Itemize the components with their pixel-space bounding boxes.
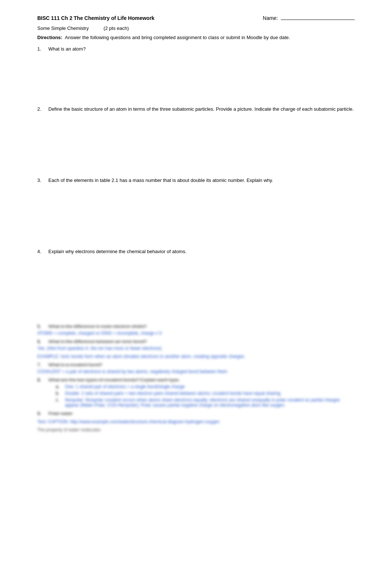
name-field: Name: (263, 15, 355, 21)
blurred-q9-note: The property of water molecules (37, 427, 355, 432)
blurred-q8-sub-b: b. Double: 2 sets of shared pairs = two … (56, 391, 355, 396)
blurred-q8-sub-a: a. One: 1 shared pair of electrons = a s… (56, 384, 355, 389)
blurred-q8-sub-c-text: Nonpolar: Nonpolar covalent occurs when … (65, 397, 355, 408)
answer-space-3[interactable] (48, 186, 355, 241)
blurred-q8-sub-c: c. Nonpolar: Nonpolar covalent occurs wh… (56, 397, 355, 408)
directions-text: Answer the following questions and bring… (65, 35, 290, 40)
page: BISC 111 Ch 2 The Chemistry of Life Home… (37, 0, 355, 449)
page-title: BISC 111 Ch 2 The Chemistry of Life Home… (37, 15, 154, 21)
answer-space-4[interactable] (48, 257, 355, 313)
blurred-q8-sub-a-text: One: 1 shared pair of electrons = a sing… (65, 384, 185, 389)
blurred-question-6: 6. What is the difference between an ion… (37, 339, 355, 359)
blurred-question-9: 9. Polar water Text: CAPTION: http://www… (37, 411, 355, 432)
blurred-q9-num: 9. (37, 411, 48, 416)
blurred-q9-answer: Text: CAPTION: http://www.example.com/wa… (37, 419, 355, 424)
questions-section: 1. What is an atom? 2. Define the basic … (37, 46, 355, 313)
blurred-q6-num: 6. (37, 339, 48, 344)
header: BISC 111 Ch 2 The Chemistry of Life Home… (37, 15, 355, 21)
blurred-q7-num: 7. (37, 362, 48, 368)
blurred-q8-sub-c-num: c. (56, 397, 65, 408)
blurred-q7-answer: COVALENT = a pair of electrons is shared… (37, 369, 355, 374)
blurred-q5-num: 5. (37, 324, 48, 329)
blurred-q8-text: What are the two types of covalent bonds… (48, 377, 180, 383)
blurred-q5-answer: ATOMS = complete, charged vs IONS = inco… (37, 331, 355, 336)
question-1-number: 1. (37, 46, 48, 52)
points-label: (2 pts each) (103, 25, 129, 31)
question-3-text: Each of the elements in table 2.1 has a … (48, 177, 355, 183)
directions: Directions: Answer the following questio… (37, 35, 355, 40)
blurred-q8-num: 8. (37, 377, 48, 383)
name-input-line[interactable] (281, 15, 355, 20)
blurred-q8-sub-b-text: Double: 2 sets of shared pairs = two ele… (65, 391, 281, 396)
blurred-q6-text: What is the difference between an ionic … (48, 339, 147, 344)
blurred-question-7: 7. What is a covalent bond? COVALENT = a… (37, 362, 355, 374)
blurred-q6-answer1: Yes. (Hint from question A: the ion has … (37, 346, 355, 351)
blurred-q8-sub-list: a. One: 1 shared pair of electrons = a s… (56, 384, 355, 408)
blurred-q6-answer2: EXAMPLE: Ionic bonds form when an atom d… (37, 354, 355, 359)
blurred-q8-sub-a-num: a. (56, 384, 65, 389)
blurred-section: 5. What is the difference in outer elect… (37, 324, 355, 432)
subtitle-row: Some Simple Chemistry (2 pts each) (37, 25, 355, 31)
question-4-text: Explain why electrons determine the chem… (48, 249, 355, 254)
question-4: 4. Explain why electrons determine the c… (37, 249, 355, 254)
question-3: 3. Each of the elements in table 2.1 has… (37, 177, 355, 183)
blurred-question-8: 8. What are the two types of covalent bo… (37, 377, 355, 408)
question-1-text: What is an atom? (48, 46, 355, 52)
answer-space-2[interactable] (48, 115, 355, 170)
question-3-number: 3. (37, 177, 48, 183)
directions-label: Directions: (37, 35, 62, 40)
question-2-number: 2. (37, 106, 48, 112)
question-2: 2. Define the basic structure of an atom… (37, 106, 355, 112)
question-4-number: 4. (37, 249, 48, 254)
blurred-q8-sub-b-num: b. (56, 391, 65, 396)
section-title: Some Simple Chemistry (37, 25, 89, 31)
answer-space-1[interactable] (48, 55, 355, 99)
blurred-q7-text: What is a covalent bond? (48, 362, 102, 368)
blurred-q5-text: What is the difference in outer electron… (48, 324, 147, 329)
name-label: Name: (263, 15, 278, 21)
blurred-question-5: 5. What is the difference in outer elect… (37, 324, 355, 336)
question-1: 1. What is an atom? (37, 46, 355, 52)
blurred-q9-text: Polar water (48, 411, 73, 416)
question-2-text: Define the basic structure of an atom in… (48, 106, 355, 112)
